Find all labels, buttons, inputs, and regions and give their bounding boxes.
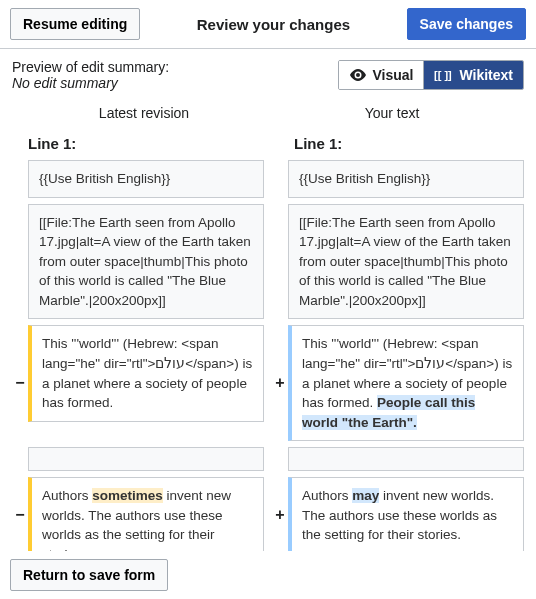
return-to-save-form-button[interactable]: Return to save form (10, 559, 168, 591)
diff-cell: {{Use British English}} (288, 160, 524, 198)
eye-icon (349, 69, 367, 81)
svg-text:[[ ]]: [[ ]] (434, 69, 452, 81)
save-changes-button[interactable]: Save changes (407, 8, 526, 40)
svg-point-0 (356, 73, 360, 77)
diff-cell: {{Use British English}} (28, 160, 264, 198)
left-side: {{Use British English}} (12, 160, 264, 198)
minus-marker: − (12, 374, 28, 392)
visual-toggle[interactable]: Visual (339, 61, 423, 89)
right-side (272, 447, 524, 471)
right-side: +Authors may invent new worlds. The auth… (272, 477, 524, 552)
minus-marker: − (12, 506, 28, 524)
topbar: Resume editing Review your changes Save … (0, 0, 536, 49)
diff-view: Line 1: Line 1: {{Use British English}}{… (0, 135, 536, 599)
right-side: {{Use British English}} (272, 160, 524, 198)
edit-summary-preview: Preview of edit summary: No edit summary (12, 59, 169, 91)
summary-row: Preview of edit summary: No edit summary… (0, 49, 536, 105)
summary-label: Preview of edit summary: (12, 59, 169, 75)
diff-row: −Authors sometimes invent new worlds. Th… (12, 477, 524, 552)
column-headers: Latest revision Your text (0, 105, 536, 129)
diff-cell: This '''world''' (Hebrew: <span lang="he… (28, 325, 264, 421)
left-side: −Authors sometimes invent new worlds. Th… (12, 477, 264, 552)
visual-label: Visual (372, 67, 413, 83)
wikitext-label: Wikitext (459, 67, 513, 83)
diff-row: [[File:The Earth seen from Apollo 17.jpg… (12, 204, 524, 320)
left-column-header: Latest revision (20, 105, 268, 121)
right-side: [[File:The Earth seen from Apollo 17.jpg… (272, 204, 524, 320)
left-side (12, 447, 264, 471)
diff-cell: [[File:The Earth seen from Apollo 17.jpg… (28, 204, 264, 320)
diff-row: {{Use British English}}{{Use British Eng… (12, 160, 524, 198)
diff-row (12, 447, 524, 471)
line-labels: Line 1: Line 1: (12, 135, 524, 152)
diff-row: −This '''world''' (Hebrew: <span lang="h… (12, 325, 524, 441)
plus-marker: + (272, 506, 288, 524)
view-toggle-group: Visual [[ ]] Wikitext (338, 60, 524, 90)
diff-cell: [[File:The Earth seen from Apollo 17.jpg… (288, 204, 524, 320)
diff-cell: Authors sometimes invent new worlds. The… (28, 477, 264, 552)
right-line-label: Line 1: (278, 135, 524, 152)
right-side: +This '''world''' (Hebrew: <span lang="h… (272, 325, 524, 441)
wikitext-toggle[interactable]: [[ ]] Wikitext (424, 61, 523, 89)
brackets-icon: [[ ]] (434, 69, 454, 81)
footer: Return to save form (0, 551, 536, 599)
summary-value: No edit summary (12, 75, 169, 91)
diff-cell: Authors may invent new worlds. The autho… (288, 477, 524, 552)
diff-cell: This '''world''' (Hebrew: <span lang="he… (288, 325, 524, 441)
right-column-header: Your text (268, 105, 516, 121)
resume-editing-button[interactable]: Resume editing (10, 8, 140, 40)
page-title: Review your changes (197, 16, 350, 33)
diff-cell (288, 447, 524, 471)
diff-cell (28, 447, 264, 471)
left-line-label: Line 1: (12, 135, 258, 152)
left-side: −This '''world''' (Hebrew: <span lang="h… (12, 325, 264, 441)
plus-marker: + (272, 374, 288, 392)
left-side: [[File:The Earth seen from Apollo 17.jpg… (12, 204, 264, 320)
